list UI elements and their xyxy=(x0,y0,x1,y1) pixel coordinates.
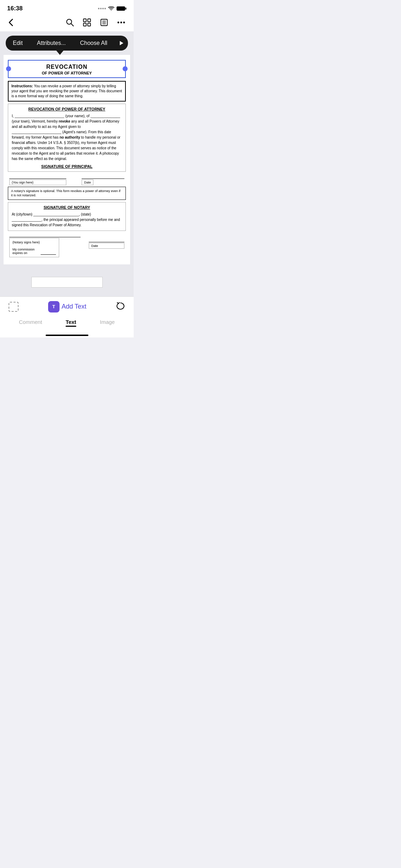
document-area: REVOCATION OF POWER OF ATTORNEY Instruct… xyxy=(0,55,134,268)
toolbar-area: Edit Attributes... Choose All xyxy=(0,31,134,51)
add-text-icon: T xyxy=(48,301,60,312)
notary-commission-underline xyxy=(41,251,56,255)
svg-point-14 xyxy=(123,22,125,24)
sign-here-label: (You sign here) xyxy=(9,180,66,185)
title-selected-box[interactable]: REVOCATION OF POWER OF ATTORNEY xyxy=(8,60,126,78)
bottom-toolbar: T Add Text Comment Text Image xyxy=(0,296,134,332)
notary-sig-row: (Notary signs here) My commission expire… xyxy=(9,238,124,257)
tab-image[interactable]: Image xyxy=(94,317,120,328)
instructions-box: Instructions: You can revoke a power of … xyxy=(8,81,126,102)
blank-page-area xyxy=(0,268,134,296)
edit-button[interactable]: Edit xyxy=(6,36,30,51)
svg-point-12 xyxy=(118,22,119,24)
instructions-strong: Instructions: xyxy=(11,84,33,88)
search-icon xyxy=(66,19,74,26)
toolbar-caret-wrap xyxy=(0,51,134,55)
notary-commission-line: My commission expires on xyxy=(12,248,56,255)
svg-rect-5 xyxy=(88,19,91,22)
sig-principal: SIGNATURE OF PRINCIPAL xyxy=(12,164,122,169)
status-bar: 16:38 xyxy=(0,0,134,14)
svg-rect-1 xyxy=(125,7,127,10)
content-box-title: REVOCATION OF POWER OF ATTORNEY xyxy=(12,107,122,111)
svg-rect-6 xyxy=(83,23,86,26)
status-time: 16:38 xyxy=(7,5,22,12)
content-text: I, _________________________ (your name)… xyxy=(12,113,122,161)
play-button[interactable] xyxy=(114,37,128,49)
doc-page: REVOCATION OF POWER OF ATTORNEY Instruct… xyxy=(4,55,130,264)
notary-commission-label: My commission expires on xyxy=(12,248,39,255)
tab-text-label: Text xyxy=(66,319,76,325)
svg-rect-7 xyxy=(88,23,91,26)
list-icon xyxy=(100,19,108,26)
notary-note: A notary's signature is optional. This f… xyxy=(8,187,126,200)
add-text-label[interactable]: Add Text xyxy=(62,303,87,310)
notary-top-line xyxy=(9,233,81,237)
notary-box-title: SIGNATURE OF NOTARY xyxy=(12,205,122,210)
content-box: REVOCATION OF POWER OF ATTORNEY I, _____… xyxy=(8,104,126,172)
undo-icon xyxy=(116,302,125,310)
select-rect-icon xyxy=(9,302,19,312)
notary-sig-area: (Notary signs here) My commission expire… xyxy=(8,233,126,257)
undo-button[interactable] xyxy=(114,301,127,312)
toolbar-pill: Edit Attributes... Choose All xyxy=(6,36,128,51)
notary-date-line xyxy=(89,238,124,242)
search-button[interactable] xyxy=(65,17,75,28)
grid-button[interactable] xyxy=(82,17,92,28)
signature-row: (You sign here) Date xyxy=(8,175,126,185)
notary-signs-label: (Notary signs here) xyxy=(12,241,56,244)
document-title: REVOCATION xyxy=(11,63,123,71)
tab-comment[interactable]: Comment xyxy=(13,317,48,328)
handle-left[interactable] xyxy=(6,66,11,71)
blank-page-rect xyxy=(31,277,103,288)
bottom-tabs: Comment Text Image xyxy=(7,315,127,330)
sig-right: Date xyxy=(82,175,124,185)
choose-all-button[interactable]: Choose All xyxy=(73,36,115,51)
tab-text-indicator xyxy=(66,326,76,327)
notary-date-label: Date xyxy=(89,243,124,249)
wifi-icon xyxy=(108,6,114,11)
battery-icon xyxy=(117,6,127,11)
svg-point-13 xyxy=(120,22,122,24)
sig-line xyxy=(9,175,66,179)
svg-rect-4 xyxy=(83,19,86,22)
home-bar xyxy=(46,335,88,336)
svg-line-3 xyxy=(71,24,74,26)
nav-right-icons xyxy=(65,17,127,28)
more-icon xyxy=(117,21,125,24)
tab-text[interactable]: Text xyxy=(60,317,82,328)
back-button[interactable] xyxy=(7,17,15,28)
handle-right[interactable] xyxy=(123,66,128,71)
more-button[interactable] xyxy=(116,20,127,25)
navbar xyxy=(0,14,134,31)
sig-left: (You sign here) xyxy=(9,175,66,185)
play-icon xyxy=(119,41,124,46)
signal-icon xyxy=(98,8,106,9)
date-line xyxy=(82,175,124,179)
back-icon xyxy=(9,19,14,26)
attributes-button[interactable]: Attributes... xyxy=(30,36,73,51)
notary-box: SIGNATURE OF NOTARY At (city/town) _____… xyxy=(8,202,126,231)
svg-rect-0 xyxy=(117,6,125,11)
select-area-button[interactable] xyxy=(7,300,20,313)
bottom-tools-row: T Add Text xyxy=(7,300,127,313)
notary-text: At (city/town) _______________________, … xyxy=(12,212,122,228)
date-label: Date xyxy=(82,180,93,185)
notary-left-box: (Notary signs here) My commission expire… xyxy=(9,238,59,257)
status-icons xyxy=(98,6,127,11)
grid-icon xyxy=(83,19,91,26)
notary-right-date: Date xyxy=(89,238,124,249)
home-indicator xyxy=(0,332,134,337)
add-text-center[interactable]: T Add Text xyxy=(48,301,87,312)
document-subtitle: OF POWER OF ATTORNEY xyxy=(11,71,123,75)
toolbar-caret xyxy=(56,51,63,55)
list-button[interactable] xyxy=(99,17,109,28)
